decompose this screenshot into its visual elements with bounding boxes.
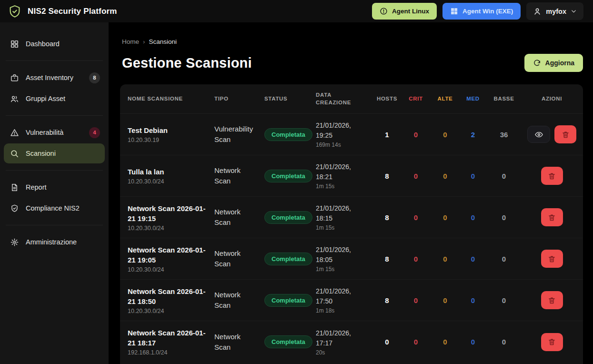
delete-scan-button[interactable] (541, 250, 563, 268)
scan-type: Vulnerability Scan (214, 124, 258, 145)
high-count: 0 (432, 296, 459, 304)
high-count: 0 (432, 131, 459, 139)
column-header-status: Status (264, 95, 316, 103)
scan-date: 21/01/2026, 17:50 (316, 286, 361, 306)
sidebar-divider (6, 115, 103, 116)
table-row: Network Scan 2026-01-21 19:15 10.20.30.0… (120, 197, 583, 238)
low-count: 0 (487, 338, 521, 346)
delete-scan-button[interactable] (541, 167, 563, 185)
sidebar-item-label: Dashboard (26, 40, 100, 48)
column-header-azioni: Azioni (521, 95, 583, 103)
low-count: 0 (487, 213, 521, 222)
grid-icon (10, 40, 19, 49)
high-count: 0 (432, 213, 459, 222)
scan-date: 21/01/2026, 19:25 (316, 121, 361, 141)
status-badge: Completata (264, 128, 312, 141)
delete-scan-button[interactable] (541, 208, 563, 226)
critical-count: 0 (400, 213, 432, 222)
scan-name: Network Scan 2026-01-21 19:15 (128, 203, 206, 223)
column-header-tipo: Tipo (214, 95, 264, 103)
sidebar-item-asset-inventory[interactable]: Asset Inventory 8 (4, 68, 105, 88)
sidebar-item-compliance-nis2[interactable]: Compliance NIS2 (4, 198, 105, 218)
shield-check-logo-icon (8, 4, 22, 19)
refresh-button[interactable]: Aggiorna (524, 54, 583, 72)
critical-count: 0 (400, 131, 432, 139)
critical-count: 0 (400, 338, 432, 346)
scan-name: Network Scan 2026-01-21 19:05 (128, 245, 206, 265)
sidebar: Dashboard Asset Inventory 8 Gruppi Asset (0, 22, 109, 364)
user-menu[interactable]: myfox (526, 2, 583, 20)
hosts-count: 8 (374, 296, 400, 304)
critical-count: 0 (400, 255, 432, 263)
scan-target: 10.20.30.0/24 (128, 225, 214, 232)
high-count: 0 (432, 172, 459, 180)
sidebar-item-gruppi-asset[interactable]: Gruppi Asset (4, 89, 105, 109)
agent-linux-button[interactable]: Agent Linux (372, 3, 437, 20)
breadcrumb-home[interactable]: Home (122, 38, 139, 45)
table-row: Network Scan 2026-01-21 18:17 192.168.1.… (120, 321, 583, 363)
breadcrumb-current: Scansioni (149, 38, 177, 45)
user-name: myfox (546, 8, 566, 15)
medium-count: 0 (459, 213, 487, 222)
sidebar-item-amministrazione[interactable]: Amministrazione (4, 232, 105, 252)
search-icon (10, 149, 19, 158)
hosts-count: 8 (374, 255, 400, 263)
scan-duration: 169m 14s (316, 142, 374, 148)
chevron-down-icon (571, 8, 577, 14)
agent-win-label: Agent Win (EXE) (462, 8, 513, 15)
windows-logo-icon (450, 7, 458, 15)
scan-date: 21/01/2026, 18:05 (316, 245, 361, 265)
briefcase-icon (10, 73, 19, 82)
app-title: NIS2 Security Platform (28, 7, 117, 16)
hosts-count: 8 (374, 172, 400, 180)
sidebar-item-report[interactable]: Report (4, 177, 105, 197)
column-header-crit: Crit (400, 95, 432, 103)
status-badge: Completata (264, 253, 312, 265)
sidebar-item-scansioni[interactable]: Scansioni (4, 143, 105, 163)
delete-scan-button[interactable] (541, 333, 563, 351)
settings-icon (10, 238, 19, 247)
scan-type: Network Scan (214, 290, 258, 311)
column-header-hosts: Hosts (374, 95, 400, 103)
shield-check-icon (10, 204, 19, 213)
scan-target: 10.20.30.0/24 (128, 308, 214, 314)
scan-date: 21/01/2026, 17:17 (316, 328, 361, 348)
view-scan-button[interactable] (527, 126, 550, 143)
sidebar-divider (6, 170, 103, 171)
agent-win-button[interactable]: Agent Win (EXE) (442, 3, 521, 20)
sidebar-item-label: Vulnerabilità (26, 129, 82, 136)
topbar: NIS2 Security Platform Agent Linux Agent… (0, 0, 593, 22)
refresh-label: Aggiorna (545, 59, 574, 67)
critical-count: 0 (400, 296, 432, 304)
table-row: Tulla la lan 10.20.30.0/24 Network Scan … (120, 155, 583, 197)
breadcrumb: Home › Scansioni (122, 22, 583, 45)
scan-name: Network Scan 2026-01-21 18:17 (128, 328, 206, 348)
sidebar-item-label: Gruppi Asset (26, 95, 100, 102)
sidebar-item-label: Amministrazione (26, 238, 100, 246)
sidebar-item-vulnerabilita[interactable]: Vulnerabilità 4 (4, 122, 105, 142)
main-content: Home › Scansioni Gestione Scansioni Aggi… (109, 22, 593, 364)
sidebar-item-label: Compliance NIS2 (26, 204, 100, 212)
brand: NIS2 Security Platform (8, 4, 117, 19)
hosts-count: 1 (374, 131, 400, 139)
column-header-nome: Nome Scansione (128, 95, 214, 103)
sidebar-item-dashboard[interactable]: Dashboard (4, 34, 105, 54)
scan-target: 10.20.30.0/24 (128, 178, 214, 185)
scan-type: Network Scan (214, 165, 258, 186)
scan-type: Network Scan (214, 248, 258, 269)
medium-count: 0 (459, 172, 487, 180)
table-row: Network Scan 2026-01-21 18:50 10.20.30.0… (120, 280, 583, 321)
column-header-data-creazione: Data Creazione (316, 91, 360, 106)
column-header-med: Med (459, 95, 487, 103)
low-count: 0 (487, 296, 521, 304)
scan-target: 10.20.30.19 (128, 137, 214, 143)
document-icon (10, 183, 19, 192)
scan-duration: 1m 15s (316, 266, 374, 273)
sidebar-item-label: Asset Inventory (26, 74, 82, 81)
column-header-alte: Alte (432, 95, 459, 103)
table-row: Test Debian 10.20.30.19 Vulnerability Sc… (120, 114, 583, 155)
delete-scan-button[interactable] (554, 125, 576, 143)
medium-count: 2 (459, 131, 487, 139)
status-badge: Completata (264, 211, 312, 224)
delete-scan-button[interactable] (541, 291, 563, 309)
